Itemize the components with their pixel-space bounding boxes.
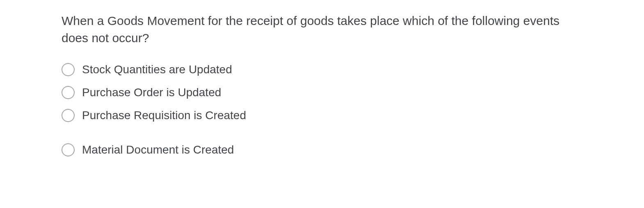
radio-icon[interactable] (62, 63, 75, 76)
radio-icon[interactable] (62, 143, 75, 156)
question-text: When a Goods Movement for the receipt of… (62, 12, 582, 47)
radio-icon[interactable] (62, 109, 75, 122)
option-row-2[interactable]: Purchase Requisition is Created (62, 109, 582, 122)
option-row-0[interactable]: Stock Quantities are Updated (62, 63, 582, 76)
option-row-1[interactable]: Purchase Order is Updated (62, 86, 582, 99)
question-block: When a Goods Movement for the receipt of… (62, 12, 582, 156)
option-label: Stock Quantities are Updated (82, 63, 232, 76)
option-row-3[interactable]: Material Document is Created (62, 143, 582, 156)
option-label: Purchase Order is Updated (82, 86, 221, 99)
radio-icon[interactable] (62, 86, 75, 99)
options-container: Stock Quantities are Updated Purchase Or… (62, 63, 582, 156)
option-label: Purchase Requisition is Created (82, 109, 246, 122)
option-label: Material Document is Created (82, 143, 234, 156)
